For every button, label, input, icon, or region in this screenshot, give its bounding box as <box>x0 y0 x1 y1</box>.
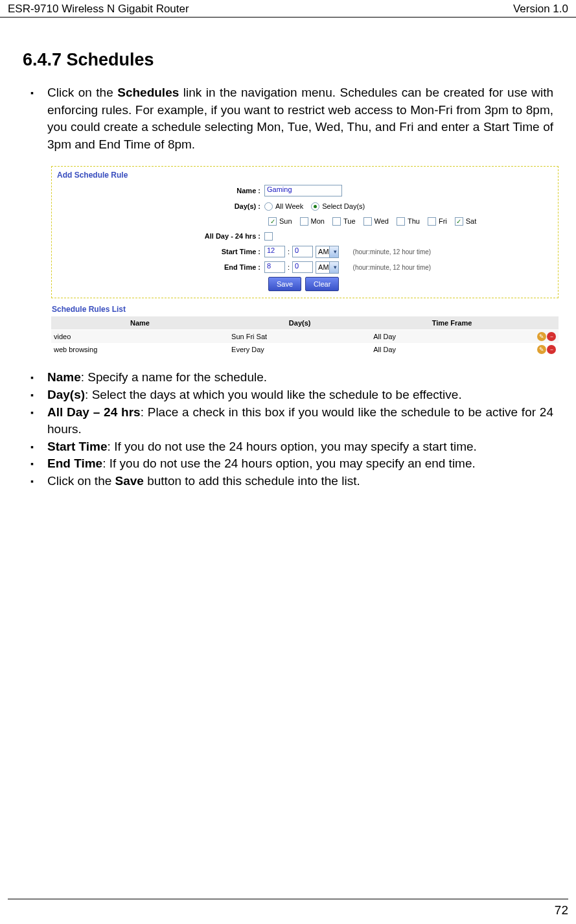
col-timeframe: Time Frame <box>371 316 533 330</box>
panel-title: Add Schedule Rule <box>57 171 553 180</box>
def-end: End Time: If you do not use the 24 hours… <box>47 455 553 473</box>
checkbox-fri[interactable] <box>428 217 436 226</box>
page-footer: 72 <box>8 899 568 918</box>
header-left: ESR-9710 Wireless N Gigabit Router <box>8 3 189 16</box>
def-allday: All Day – 24 hrs: Place a check in this … <box>47 404 553 438</box>
save-button[interactable]: Save <box>268 277 301 291</box>
radio-select-days[interactable] <box>311 202 319 211</box>
end-hour-input[interactable]: 8 <box>264 261 285 273</box>
col-days: Day(s) <box>229 316 371 330</box>
start-label: Start Time : <box>57 248 264 255</box>
section-title: 6.4.7 Schedules <box>23 50 553 70</box>
delete-icon[interactable]: － <box>547 332 556 341</box>
checkbox-tue[interactable] <box>332 217 341 226</box>
end-min-input[interactable]: 0 <box>292 261 313 273</box>
table-row: video Sun Fri Sat All Day ✎－ <box>51 330 559 344</box>
edit-icon[interactable]: ✎ <box>537 345 546 354</box>
start-ampm-select[interactable]: AM <box>316 246 339 258</box>
screenshot-figure: Add Schedule Rule Name : Gaming Day(s) :… <box>51 166 559 356</box>
checkbox-allday[interactable] <box>264 232 273 241</box>
radio-select-days-label: Select Day(s) <box>322 202 365 210</box>
edit-icon[interactable]: ✎ <box>537 332 546 341</box>
delete-icon[interactable]: － <box>547 345 556 354</box>
radio-all-week-label: All Week <box>275 202 303 210</box>
intro-para: Click on the Schedules link in the navig… <box>47 84 553 153</box>
def-start: Start Time: If you do not use the 24 hou… <box>47 438 553 456</box>
page-number: 72 <box>555 903 568 917</box>
start-min-input[interactable]: 0 <box>292 246 313 257</box>
checkbox-mon[interactable] <box>300 217 308 226</box>
days-label: Day(s) : <box>57 202 264 210</box>
allday-label: All Day - 24 hrs : <box>57 232 264 240</box>
def-days: Day(s): Select the days at which you wou… <box>47 386 553 404</box>
def-save: Click on the Save button to add this sch… <box>47 473 553 490</box>
table-row: web browsing Every Day All Day ✎－ <box>51 343 559 356</box>
checkbox-sat[interactable]: ✓ <box>455 217 463 226</box>
clear-button[interactable]: Clear <box>305 277 339 291</box>
start-hint: (hour:minute, 12 hour time) <box>353 248 432 255</box>
name-input[interactable]: Gaming <box>264 185 342 196</box>
checkbox-sun[interactable]: ✓ <box>268 217 277 226</box>
start-hour-input[interactable]: 12 <box>264 246 285 257</box>
header-right: Version 1.0 <box>513 3 568 16</box>
def-name: Name: Specify a name for the schedule. <box>47 369 553 386</box>
end-hint: (hour:minute, 12 hour time) <box>353 264 432 271</box>
radio-all-week[interactable] <box>264 202 273 211</box>
page-header: ESR-9710 Wireless N Gigabit Router Versi… <box>0 0 576 18</box>
col-name: Name <box>51 316 229 330</box>
name-label: Name : <box>57 187 264 195</box>
checkbox-thu[interactable] <box>397 217 405 226</box>
rules-list-title: Schedule Rules List <box>52 305 559 314</box>
add-schedule-panel: Add Schedule Rule Name : Gaming Day(s) :… <box>51 166 559 298</box>
end-label: End Time : <box>57 263 264 271</box>
rules-table: Name Day(s) Time Frame video Sun Fri Sat… <box>51 316 559 356</box>
end-ampm-select[interactable]: AM <box>316 261 339 274</box>
checkbox-wed[interactable] <box>363 217 372 226</box>
